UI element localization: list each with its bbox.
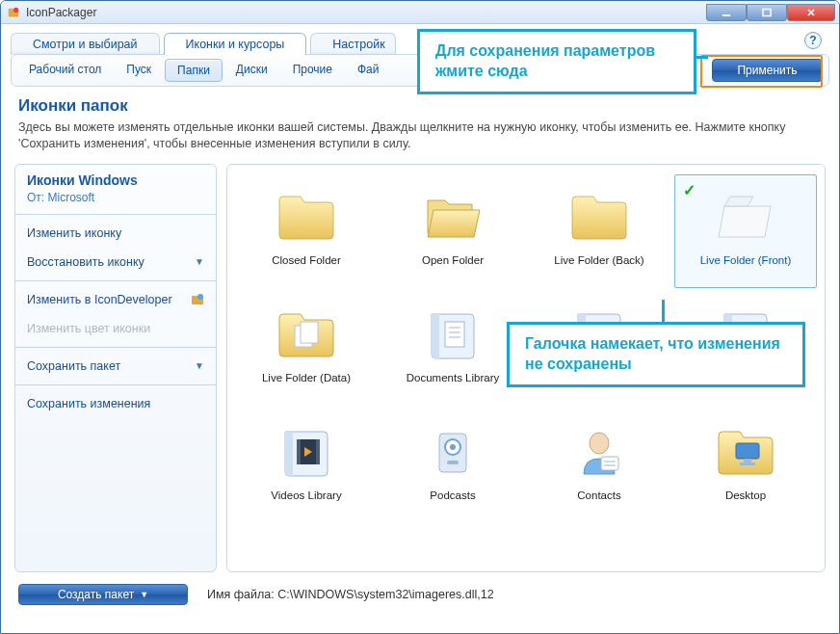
subtab-desktop[interactable]: Рабочий стол (17, 59, 113, 82)
svg-point-2 (13, 7, 18, 12)
icon-label: Live Folder (Front) (700, 254, 792, 268)
icon-cell-desktop[interactable]: Desktop (674, 409, 817, 523)
icon-cell-contacts[interactable]: Contacts (528, 409, 670, 523)
app-icon (7, 6, 20, 19)
icon-folder-open (416, 181, 489, 251)
callout-connector (662, 300, 665, 323)
icon-label: Podcasts (430, 489, 475, 503)
icon-folder-closed (270, 181, 343, 251)
tab-look[interactable]: Смотри и выбирай (11, 33, 160, 55)
svg-rect-3 (722, 14, 730, 16)
section-description: Здесь вы можете изменять отдельные иконк… (18, 119, 822, 152)
svg-rect-19 (316, 439, 320, 464)
svg-line-5 (808, 10, 814, 15)
icon-videos-library (270, 416, 343, 486)
icon-cell-folder-docs[interactable]: Live Folder (Data) (235, 292, 378, 406)
icon-folder-closed (563, 181, 636, 251)
svg-point-23 (450, 444, 456, 450)
sidebar-title: Иконки Windows (27, 172, 204, 188)
chevron-down-icon: ▼ (195, 360, 204, 371)
svg-rect-30 (744, 459, 751, 462)
icon-label: Contacts (577, 489, 620, 503)
icon-contacts (563, 416, 636, 486)
subtab-start[interactable]: Пуск (115, 59, 163, 82)
svg-rect-10 (301, 322, 318, 343)
svg-rect-26 (601, 457, 618, 470)
window-title: IconPackager (26, 6, 706, 19)
icon-cell-doc-library[interactable]: Documents Library (381, 292, 524, 406)
sidebar-change-icon[interactable]: Изменить иконку (15, 219, 216, 248)
icon-label: Documents Library (407, 372, 500, 385)
icon-desktop (709, 416, 782, 486)
svg-rect-18 (297, 439, 301, 464)
sidebar-save-changes[interactable]: Сохранить изменения (15, 389, 216, 418)
sidebar-restore-icon[interactable]: Восстановить иконку▼ (15, 248, 216, 277)
icon-folder-docs (270, 299, 343, 368)
section-title: Иконки папок (18, 96, 822, 116)
subtab-folders[interactable]: Папки (165, 59, 223, 82)
callout-connector (695, 56, 708, 59)
tab-icons[interactable]: Иконки и курсоры (164, 33, 307, 55)
svg-point-8 (197, 294, 203, 300)
svg-rect-4 (763, 9, 771, 15)
file-path: Имя файла: C:\WINDOWS\system32\imageres.… (207, 588, 494, 601)
subtab-other[interactable]: Прочие (281, 59, 344, 82)
svg-rect-11 (445, 322, 464, 347)
icon-live-front (709, 181, 782, 251)
window-maximize-button[interactable] (747, 4, 787, 21)
icon-cell-videos-library[interactable]: Videos Library (235, 409, 378, 523)
tab-settings[interactable]: Настройк (310, 33, 395, 55)
sidebar-subtitle: От: Microsoft (27, 191, 204, 204)
svg-rect-31 (740, 462, 755, 465)
svg-line-6 (808, 10, 814, 15)
icon-doc-library (416, 299, 489, 368)
window-close-button[interactable] (787, 4, 835, 21)
window-minimize-button[interactable] (706, 4, 747, 21)
icon-label: Live Folder (Back) (554, 254, 643, 268)
icon-cell-live-front[interactable]: ✓ Live Folder (Front) (674, 174, 817, 288)
svg-rect-1 (9, 8, 13, 11)
sidebar-change-color: Изменить цвет иконки (15, 314, 216, 343)
icondev-icon (191, 293, 204, 306)
svg-point-25 (590, 433, 609, 454)
svg-rect-24 (447, 461, 459, 464)
chevron-down-icon: ▼ (140, 590, 148, 599)
create-package-button[interactable]: Создать пакет▼ (18, 584, 188, 605)
chevron-down-icon: ▼ (195, 256, 204, 267)
changed-check-icon: ✓ (683, 181, 696, 199)
icon-label: Open Folder (422, 254, 484, 268)
icon-cell-folder-open[interactable]: Open Folder (381, 174, 524, 288)
titlebar: IconPackager (1, 1, 839, 24)
icon-cell-podcast[interactable]: Podcasts (381, 409, 524, 523)
sidebar-icondeveloper[interactable]: Изменить в IconDeveloper (15, 285, 216, 314)
callout-checkmark: Галочка намекает, что изменения не сохра… (507, 322, 805, 387)
icon-cell-folder-closed[interactable]: Live Folder (Back) (528, 174, 670, 288)
icon-label: Closed Folder (272, 254, 341, 268)
icon-label: Desktop (725, 489, 766, 503)
sidebar-save-package[interactable]: Сохранить пакет▼ (15, 352, 216, 381)
subtab-files-cut[interactable]: Фай (346, 59, 383, 82)
apply-button[interactable]: Применить (712, 59, 823, 82)
svg-rect-29 (736, 443, 759, 459)
subtab-disks[interactable]: Диски (224, 59, 279, 82)
sidebar: Иконки Windows От: Microsoft Изменить ик… (14, 164, 217, 572)
callout-apply: Для сохранения параметров жмите сюда (417, 29, 696, 94)
icon-label: Videos Library (271, 489, 341, 503)
icon-label: Live Folder (Data) (262, 372, 351, 385)
icon-cell-folder-closed[interactable]: Closed Folder (235, 174, 378, 288)
help-icon[interactable]: ? (804, 32, 822, 49)
icon-podcast (416, 416, 489, 486)
